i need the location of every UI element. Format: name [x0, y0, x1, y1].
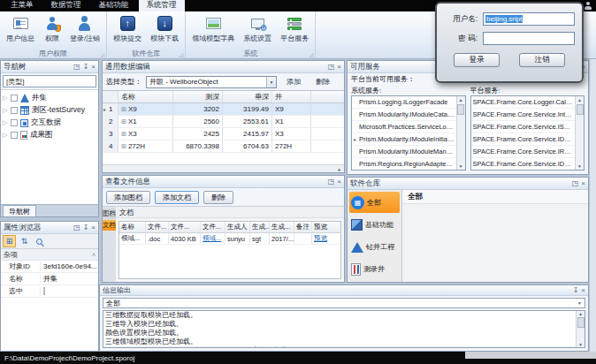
dialog-launcher-icon[interactable]: ◿ [101, 51, 105, 57]
dialog-launcher-icon[interactable]: ◿ [309, 51, 314, 57]
username-field[interactable]: beijing.sript [483, 12, 575, 26]
table-row[interactable]: ▸1 ⊞X9 3202 3199.49 X9 [103, 103, 344, 116]
checkbox[interactable] [11, 132, 18, 139]
table-row[interactable]: 领域... .doc 4030 KB 领域... sunyu sgt 2017/… [119, 233, 340, 245]
column-header[interactable]: 文件... [169, 222, 201, 232]
checkbox[interactable] [11, 119, 18, 126]
preview-link[interactable]: 预览 [314, 234, 327, 243]
close-icon[interactable]: × [581, 286, 585, 295]
tree-item-result-map[interactable]: ▷ 成果图 [1, 129, 98, 141]
vertical-scrollbar[interactable]: ▲ ▼ [456, 96, 465, 170]
column-header[interactable]: 文件... [146, 222, 169, 232]
category-well-logging[interactable]: 测录井 [349, 259, 400, 280]
scroll-up-icon[interactable]: ▲ [577, 96, 582, 103]
tab-drawings[interactable]: 图档 [103, 209, 116, 219]
column-header[interactable]: 生成... [250, 222, 270, 232]
log-line[interactable]: 三维导入模块已经加载。 [103, 320, 576, 329]
column-header[interactable]: 测深 [173, 91, 223, 102]
module-download-button[interactable]: ↓ 模块下载 [146, 13, 183, 48]
list-item[interactable]: Prism.Logging.ILoggerFacade [352, 96, 456, 109]
expander-icon[interactable]: ▷ [3, 132, 8, 139]
output-filter-combo[interactable]: 全部 ▼ [103, 298, 585, 308]
column-header[interactable]: 生成人 [225, 222, 250, 232]
property-value[interactable]: 3efd160e-0e94... [41, 262, 98, 270]
login-logout-button[interactable]: 登录/注销 [65, 13, 104, 48]
column-header[interactable]: 预览 [312, 222, 340, 232]
close-icon[interactable]: × [581, 179, 585, 188]
scrollbar-thumb[interactable] [577, 317, 585, 328]
permissions-button[interactable]: 权限 [39, 13, 65, 48]
float-window-icon[interactable]: ◳ [73, 224, 80, 232]
close-icon[interactable]: × [91, 224, 96, 232]
tree-item-wellset[interactable]: ▷ 井集 [1, 92, 98, 104]
user-icon[interactable] [585, 2, 592, 11]
sort-alpha-button[interactable]: ⇅ [18, 235, 31, 247]
platform-services-button[interactable]: 平台服务 [276, 13, 313, 48]
system-settings-button[interactable]: ⚙ 系统设置 [239, 13, 276, 48]
tab-system-management[interactable]: 系统管理 [139, 0, 185, 11]
property-value[interactable]: 井集 [41, 274, 98, 284]
list-item[interactable]: Prism.Regions.RegionAdapterMappings [352, 158, 456, 170]
type-select[interactable]: 井眼 - WellboreObject ▼ [146, 76, 277, 88]
scroll-down-icon[interactable]: ▼ [459, 163, 463, 170]
expander-icon[interactable]: ▷ [3, 119, 8, 126]
list-item[interactable]: SPACE.Frame.Core.Service.IResourceSer... [471, 146, 576, 158]
delete-button[interactable]: 删除 [310, 77, 335, 87]
expander-icon[interactable]: ▷ [3, 95, 8, 102]
delete-file-button[interactable]: 删除 [203, 191, 233, 204]
table-row[interactable]: 2 ⊞X1 2560 2553.61 X1 [103, 116, 344, 128]
dialog-launcher-icon[interactable]: ◿ [180, 51, 184, 57]
list-item[interactable]: SPACE.Frame.Core.Service.IDataContext [471, 158, 576, 170]
pin-icon[interactable]: ↧ [573, 286, 579, 295]
right-splitter-strip[interactable]: ▵ [589, 11, 596, 352]
add-document-button[interactable]: 添加文档 [155, 191, 199, 204]
float-window-icon[interactable]: ◳ [572, 179, 579, 188]
float-window-icon[interactable]: ◳ [328, 178, 335, 186]
expand-plus-icon[interactable]: ⊞ [121, 131, 126, 138]
close-icon[interactable]: × [337, 178, 341, 186]
domain-model-dict-button[interactable]: 领域模型字典 [187, 13, 239, 48]
log-line[interactable]: 'F:\Data\DemoProject\DemoProject.sporoj'… [103, 346, 576, 347]
expand-plus-icon[interactable]: ⊞ [121, 106, 126, 113]
checkbox[interactable] [43, 287, 45, 295]
list-item[interactable]: SPACE.Frame.Core.Service.InteractionS... [471, 109, 576, 121]
nav-tree-tab[interactable]: 导航树 [3, 205, 36, 216]
list-item[interactable]: Microsoft.Practices.ServiceLocation.ISer… [352, 121, 456, 133]
tab-basic-functions[interactable]: 基础功能 [91, 0, 137, 11]
column-header[interactable]: 生成... [270, 222, 294, 232]
file-link[interactable]: 领域... [202, 234, 221, 243]
user-info-button[interactable]: 用户信息 [2, 13, 39, 48]
scrollbar-thumb[interactable] [457, 104, 464, 115]
login-button[interactable]: 登录 [454, 53, 500, 67]
add-button[interactable]: 添加 [281, 77, 306, 87]
column-header[interactable]: 名称 [119, 222, 146, 232]
expander-icon[interactable]: ▷ [3, 107, 8, 114]
module-submit-button[interactable]: ↑ 模块提交 [109, 13, 146, 48]
float-window-icon[interactable]: ◳ [73, 63, 80, 72]
table-row[interactable]: 3 ⊞X3 2425 2415.97 X3 [103, 128, 344, 140]
column-header[interactable]: 文件... [201, 222, 225, 232]
pin-icon[interactable]: ↧ [83, 224, 89, 232]
scrollbar-thumb[interactable] [577, 104, 584, 115]
column-header[interactable]: 名称 [118, 91, 173, 102]
column-header[interactable]: 井 [272, 91, 311, 102]
scroll-up-icon[interactable]: ▲ [578, 311, 583, 316]
list-item[interactable]: Prism.Modularity.IModuleCatalog [352, 109, 456, 121]
list-item[interactable]: ▸Prism.Modularity.IModuleInitializer [352, 133, 456, 146]
list-item[interactable]: SPACE.Frame.Core.Service.IDataService [471, 133, 576, 146]
password-field[interactable] [483, 32, 575, 45]
scroll-down-icon[interactable]: ▼ [578, 342, 583, 347]
float-window-icon[interactable]: ◳ [328, 63, 335, 72]
log-line[interactable]: 三维数据提取模块已经加载。 [103, 311, 576, 320]
close-icon[interactable]: × [337, 63, 341, 72]
search-button[interactable] [33, 235, 46, 247]
tab-data-management[interactable]: 数据管理 [43, 0, 89, 11]
tree-item-interactive-data[interactable]: ▷ 交互数据 [1, 117, 98, 129]
tab-main-menu[interactable]: 主菜单 [3, 0, 42, 11]
close-icon[interactable]: × [91, 63, 96, 72]
horizontal-scrollbar[interactable]: ▸ [103, 164, 344, 172]
category-row[interactable]: 杂项 ˄ [1, 249, 98, 261]
category-all[interactable]: ▦ 全部 [349, 192, 400, 213]
checkbox[interactable] [11, 95, 18, 102]
log-line[interactable]: 三维领域模型模块已经加载。 [103, 337, 576, 346]
